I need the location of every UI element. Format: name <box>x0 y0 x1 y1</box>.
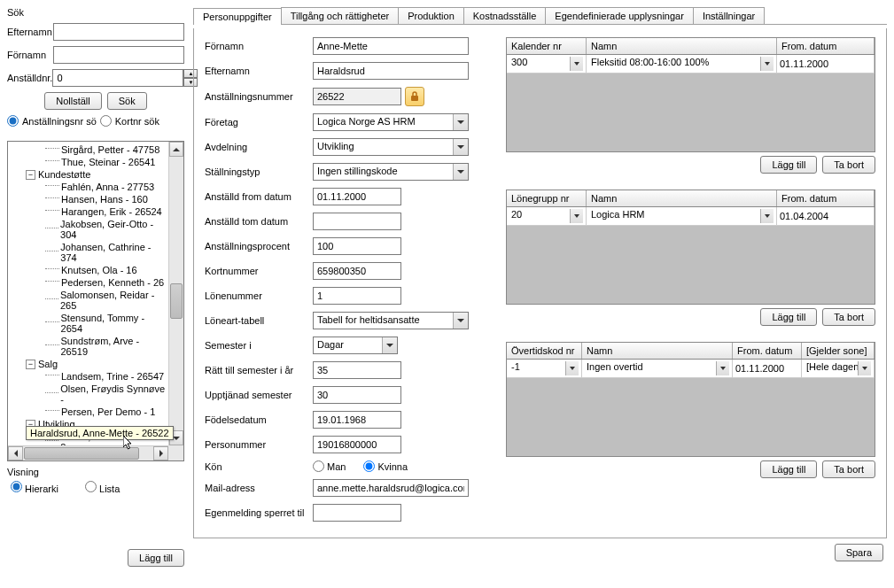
tree-leaf[interactable]: Stensund, Tommy - 2654 <box>10 312 166 335</box>
g1-datum: 01.11.2000 <box>780 58 828 69</box>
inp-procent[interactable] <box>313 237 401 255</box>
tree-leaf[interactable]: Fahlén, Anna - 27753 <box>10 181 166 193</box>
tree-leaf[interactable]: Sirgård, Petter - 47758 <box>10 143 166 156</box>
grid2-laggtill-button[interactable]: Lägg till <box>760 308 817 326</box>
inp-fornamn[interactable] <box>313 37 469 55</box>
lbl-upptjanad: Upptjänad semester <box>205 390 313 400</box>
fornamn-input[interactable] <box>53 46 184 64</box>
efternamn-input[interactable] <box>53 23 184 41</box>
tree-hscroll[interactable] <box>8 445 168 460</box>
inp-egen[interactable] <box>313 504 401 522</box>
inp-ratt[interactable] <box>313 361 401 379</box>
gh-namn3[interactable]: Namn <box>582 343 733 359</box>
scroll-left-icon[interactable] <box>8 446 23 460</box>
inp-efternamn[interactable] <box>313 62 469 80</box>
chevron-down-icon[interactable] <box>760 57 774 71</box>
chevron-down-icon[interactable] <box>716 361 729 375</box>
tree-vscroll[interactable] <box>168 142 183 445</box>
grid3-row[interactable]: -1 Ingen overtid 01.11.2000 [Hele dagen] <box>507 360 875 378</box>
spara-button[interactable]: Spara <box>835 544 883 561</box>
sok-button[interactable]: Sök <box>107 92 147 110</box>
inp-upptjanad[interactable] <box>313 386 401 404</box>
radio-man[interactable] <box>313 460 324 472</box>
gh-namn2[interactable]: Namn <box>587 190 777 206</box>
vscroll-thumb[interactable] <box>170 283 183 319</box>
tab-installningar[interactable]: Inställningar <box>693 7 765 24</box>
nollstall-button[interactable]: Nollställ <box>44 92 102 110</box>
chevron-down-icon[interactable] <box>570 209 583 223</box>
grid2-tabort-button[interactable]: Ta bort <box>822 308 875 326</box>
employee-tree[interactable]: Sirgård, Petter - 47758Thue, Steinar - 2… <box>7 141 184 461</box>
tree-leaf[interactable]: Thue, Steinar - 26541 <box>10 156 166 168</box>
chevron-down-icon[interactable] <box>760 209 774 223</box>
chevron-down-icon[interactable] <box>382 337 397 353</box>
gh-lonegruppnr[interactable]: Lönegrupp nr <box>507 190 587 206</box>
tree-leaf[interactable]: Harangen, Erik - 26524 <box>10 205 166 218</box>
sel-avdelning[interactable]: Utvikling <box>313 138 469 156</box>
tab-personuppgifter[interactable]: Personuppgifter <box>193 8 282 25</box>
grid1-tabort-button[interactable]: Ta bort <box>822 156 875 174</box>
tree-leaf[interactable]: Persen, Per Demo - 1 <box>10 406 166 418</box>
tree-leaf[interactable]: Landsem, Trine - 26547 <box>10 370 166 383</box>
chevron-down-icon[interactable] <box>453 139 468 155</box>
grid2-row[interactable]: 20 Logica HRM 01.04.2004 <box>507 207 875 226</box>
lock-icon[interactable] <box>405 87 424 106</box>
radio-kortnr[interactable] <box>100 115 112 127</box>
chevron-down-icon[interactable] <box>565 361 579 375</box>
tab-produktion[interactable]: Produktion <box>398 7 464 24</box>
radio-lista[interactable] <box>85 481 97 492</box>
inp-lonenr[interactable] <box>313 287 401 305</box>
anstalldnr-input[interactable] <box>52 69 183 87</box>
gh-fromdatum2[interactable]: From. datum <box>777 190 875 206</box>
inp-mail[interactable] <box>313 479 469 497</box>
chevron-down-icon[interactable] <box>453 164 468 180</box>
gh-fromdatum3[interactable]: From. datum <box>733 343 802 359</box>
chevron-down-icon[interactable] <box>858 361 871 375</box>
inp-from[interactable] <box>313 188 401 205</box>
collapse-icon[interactable]: − <box>26 360 35 369</box>
sel-semester[interactable]: Dagar <box>313 337 398 354</box>
left-lagg-till-button[interactable]: Lägg till <box>128 549 184 567</box>
tree-group[interactable]: −Kundestøtte <box>10 168 166 181</box>
tree-leaf[interactable]: Knutsen, Ola - 16 <box>10 264 166 276</box>
tree-leaf[interactable]: Olsen, Frøydis Synnøve - <box>10 383 166 406</box>
inp-fodelse[interactable] <box>313 411 401 429</box>
sel-loneart[interactable]: Tabell for heltidsansatte <box>313 312 469 329</box>
chevron-down-icon[interactable] <box>570 57 583 71</box>
grid1-laggtill-button[interactable]: Lägg till <box>760 156 817 174</box>
tab-kostnadsstalle[interactable]: Kostnadsställe <box>463 7 547 24</box>
inp-kortnr[interactable] <box>313 262 401 280</box>
gh-fromdatum[interactable]: From. datum <box>777 38 875 54</box>
hscroll-thumb[interactable] <box>24 447 139 460</box>
tab-egendefinierade[interactable]: Egendefinierade upplysningar <box>545 7 694 24</box>
grid3-tabort-button[interactable]: Ta bort <box>822 460 875 478</box>
inp-tom[interactable] <box>313 213 401 230</box>
radio-hierarki[interactable] <box>11 481 22 492</box>
chevron-down-icon[interactable] <box>453 313 468 329</box>
gh-kalendernr[interactable]: Kalender nr <box>507 38 587 54</box>
radio-anstallningsnr[interactable] <box>7 115 19 127</box>
gh-overtidskodnr[interactable]: Övertidskod nr <box>507 343 582 359</box>
tree-leaf[interactable]: Jakobsen, Geir-Otto - 304 <box>10 218 166 241</box>
chevron-down-icon[interactable] <box>453 114 468 130</box>
tree-group[interactable]: −Salg <box>10 358 166 370</box>
tree-leaf[interactable]: Hansen, Hans - 160 <box>10 193 166 205</box>
tree-leaf[interactable]: Pedersen, Kenneth - 26 <box>10 276 166 289</box>
gh-gjeldersone[interactable]: [Gjelder sone] <box>802 343 875 359</box>
collapse-icon[interactable]: − <box>26 170 35 180</box>
gh-namn[interactable]: Namn <box>587 38 777 54</box>
grid1-row[interactable]: 300 Fleksitid 08:00-16:00 100% 01.11.200… <box>507 55 875 74</box>
scroll-right-icon[interactable] <box>153 446 168 460</box>
tree-leaf[interactable]: Sundstrøm, Arve - 26519 <box>10 335 166 358</box>
sel-foretag[interactable]: Logica Norge AS HRM <box>313 113 469 131</box>
sel-stallning[interactable]: Ingen stillingskode <box>313 163 469 181</box>
inp-personnr[interactable] <box>313 436 401 453</box>
tree-leaf[interactable]: Salomonsen, Reidar - 265 <box>10 289 166 312</box>
lbl-efternamn: Efternamn <box>205 66 313 76</box>
scroll-up-icon[interactable] <box>169 142 183 157</box>
radio-kvinna[interactable] <box>363 460 375 472</box>
tree-leaf[interactable]: Johansen, Cathrine - 374 <box>10 241 166 264</box>
radio-anst-label: Anställningsnr sö <box>22 116 97 127</box>
tab-tillgang[interactable]: Tillgång och rättigheter <box>281 7 400 24</box>
grid3-laggtill-button[interactable]: Lägg till <box>760 460 817 478</box>
